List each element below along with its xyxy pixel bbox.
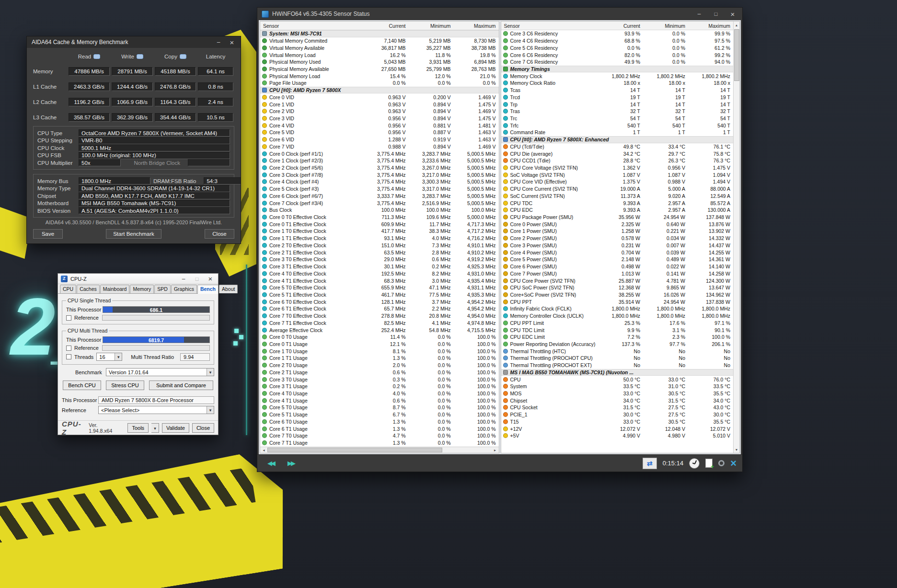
- sensor-row[interactable]: Core 5 T1 Usage6.7 %0.0 %100.0 %: [260, 411, 499, 418]
- nav-forward-button[interactable]: [283, 460, 299, 467]
- sensor-row[interactable]: Core 6 T0 Usage1.3 %0.0 %100.0 %: [260, 418, 499, 426]
- sensor-row[interactable]: Core 1 T1 Usage1.3 %0.0 %100.0 %: [260, 355, 499, 362]
- sensor-row[interactable]: Core 6 VID1.288 V0.919 V1.463 V: [260, 136, 499, 143]
- validate-button[interactable]: Validate: [162, 423, 189, 433]
- sensor-row[interactable]: Core 0 Power (SMU)2.325 W0.640 W13.876 W: [501, 220, 734, 228]
- sensor-row[interactable]: Core 3 T0 Effective Clock29.0 MHz0.6 MHz…: [260, 256, 499, 263]
- hwinfo-titlebar[interactable]: HWiNFO64 v6.35-4305 Sensor Status: [257, 8, 742, 20]
- sensor-row[interactable]: Core 1 T0 Usage8.1 %0.0 %100.0 %: [260, 347, 499, 355]
- sensor-row[interactable]: Physical Memory Available27,650 MB25,799…: [260, 66, 499, 73]
- sensor-row[interactable]: Core 5 C6 Residency0.0 %0.0 %61.2 %: [501, 44, 734, 51]
- sensor-row[interactable]: Core+SoC Power (SVI2 TFN)38.255 W16.026 …: [501, 291, 734, 299]
- start-benchmark-button[interactable]: Start Benchmark: [106, 229, 161, 239]
- threads-select[interactable]: 16: [96, 353, 122, 361]
- sensor-row[interactable]: Core 5 T0 Usage8.7 %0.0 %100.0 %: [260, 404, 499, 411]
- reference-select[interactable]: <Please Select>: [98, 406, 214, 414]
- sensor-row[interactable]: Core 4 Power (SMU)0.704 W0.039 W14.255 W: [501, 249, 734, 256]
- sensor-row[interactable]: Trp14 T14 T14 T: [501, 101, 734, 108]
- sensor-row[interactable]: Core 0 T0 Usage11.4 %0.0 %100.0 %: [260, 334, 499, 341]
- submit-compare-button[interactable]: Submit and Compare: [149, 380, 213, 390]
- sensor-row[interactable]: SoC Current (SVI2 TFN)11.373 A9.020 A12.…: [501, 193, 734, 200]
- sensor-row[interactable]: CPU TDC9.393 A2.957 A85.572 A: [501, 199, 734, 207]
- tab-graphics[interactable]: Graphics: [171, 285, 197, 293]
- sensor-row[interactable]: System33.5 °C31.0 °C33.5 °C: [501, 383, 734, 390]
- sensor-row[interactable]: Core 2 T0 Effective Clock151.0 MHz7.3 MH…: [260, 242, 499, 249]
- sensor-row[interactable]: Core 2 Power (SMU)0.578 W0.034 W14.332 W: [501, 235, 734, 242]
- sensor-row[interactable]: Core 7 C6 Residency49.9 %0.0 %94.0 %: [501, 58, 734, 66]
- sensor-row[interactable]: Chipset34.0 °C31.5 °C34.0 °C: [501, 397, 734, 404]
- chevron-down-icon[interactable]: [207, 369, 214, 376]
- tab-memory[interactable]: Memory: [130, 285, 154, 293]
- bench-cpu-button[interactable]: Bench CPU: [63, 380, 101, 390]
- cpuz-titlebar[interactable]: CPU-Z: [58, 274, 218, 284]
- column-minimum[interactable]: Minimum: [409, 23, 454, 29]
- close-icon[interactable]: [726, 10, 739, 18]
- column-current[interactable]: Current: [598, 23, 643, 29]
- sensor-row[interactable]: CPU (Tctl/Tdie)49.8 °C33.4 °C76.1 °C: [501, 143, 734, 150]
- sensor-row[interactable]: PCIE_130.0 °C27.5 °C30.0 °C: [501, 411, 734, 418]
- close-icon[interactable]: [225, 38, 239, 46]
- sensor-row[interactable]: Core 6 Power (SMU)0.498 W0.022 W14.140 W: [501, 263, 734, 270]
- sensor-row[interactable]: Page File Usage0.0 %0.0 %0.0 %: [260, 80, 499, 87]
- exit-icon[interactable]: [730, 458, 736, 469]
- sensor-row[interactable]: Core 3 C6 Residency93.9 %0.0 %99.9 %: [501, 30, 734, 37]
- sensor-row[interactable]: Core 4 Clock (perf #4)3,775.4 MHz3,300.3…: [260, 178, 499, 185]
- sensor-row[interactable]: Core 4 T1 Effective Clock68.3 MHz3.0 MHz…: [260, 277, 499, 284]
- sensor-row[interactable]: Average Effective Clock252.4 MHz54.8 MHz…: [260, 326, 499, 334]
- sensor-row[interactable]: CPU Die (average)34.2 °C29.7 °C75.8 °C: [501, 150, 734, 157]
- save-button[interactable]: Save: [33, 229, 63, 239]
- threads-checkbox[interactable]: [66, 354, 71, 359]
- sensor-row[interactable]: Core 2 VID0.963 V0.894 V1.469 V: [260, 108, 499, 115]
- nav-back-button[interactable]: [263, 460, 278, 467]
- column-current[interactable]: Current: [364, 23, 409, 29]
- sensor-row[interactable]: CPU CCD1 (Tdie)28.8 °C26.3 °C76.3 °C: [501, 157, 734, 164]
- sensor-row[interactable]: Thermal Throttling (HTC)NoNoNo: [501, 347, 734, 355]
- sensor-row[interactable]: Thermal Throttling (PROCHOT EXT)NoNoNo: [501, 362, 734, 369]
- tab-spd[interactable]: SPD: [154, 285, 171, 293]
- scroll-left-arrow[interactable]: [260, 447, 267, 453]
- sensor-row[interactable]: Memory Controller Clock (UCLK)1,800.0 MH…: [501, 312, 734, 320]
- sensor-row[interactable]: Infinity Fabric Clock (FCLK)1,800.0 MHz1…: [501, 305, 734, 312]
- sensor-row[interactable]: Core 6 T1 Usage1.3 %0.0 %100.0 %: [260, 425, 499, 432]
- sensor-row[interactable]: Core 3 T0 Usage0.3 %0.0 %100.0 %: [260, 376, 499, 383]
- sensor-row[interactable]: Core 1 Clock (perf #2/3)3,775.4 MHz3,233…: [260, 157, 499, 164]
- sensor-row[interactable]: Core 2 T1 Effective Clock63.5 MHz2.8 MHz…: [260, 249, 499, 256]
- sensor-row[interactable]: Core 3 Clock (perf #7/8)3,775.4 MHz3,217…: [260, 171, 499, 178]
- sensor-row[interactable]: SoC Voltage (SVI2 TFN)1.087 V1.087 V1.09…: [501, 171, 734, 178]
- sensor-row[interactable]: Command Rate1 T1 T1 T: [501, 129, 734, 136]
- sensor-row[interactable]: Core 7 T1 Effective Clock82.5 MHz4.1 MHz…: [260, 319, 499, 326]
- minimize-icon[interactable]: [212, 38, 225, 46]
- sensor-row[interactable]: Core 0 T0 Effective Clock711.3 MHz109.6 …: [260, 214, 499, 221]
- sensor-row[interactable]: Core 2 Clock (perf #5/6)3,775.4 MHz3,267…: [260, 164, 499, 172]
- sensor-row[interactable]: CPU Core Power (SVI2 TFN)25.887 W4.781 W…: [501, 277, 734, 284]
- close-button[interactable]: Close: [205, 229, 234, 239]
- maximize-icon[interactable]: [709, 10, 723, 18]
- sensor-row[interactable]: Core 6 T1 Effective Clock65.7 MHz2.2 MHz…: [260, 305, 499, 312]
- sensor-row[interactable]: CPU EDC Limit7.2 %2.3 %100.0 %: [501, 334, 734, 341]
- sensor-row[interactable]: CPU Core Current (SVI2 TFN)19.000 A5.000…: [501, 185, 734, 193]
- chevron-down-icon[interactable]: [115, 353, 122, 360]
- sensor-row[interactable]: Physical Memory Load15.4 %12.0 %21.0 %: [260, 72, 499, 80]
- sensor-row[interactable]: Trcd19 T19 T19 T: [501, 93, 734, 101]
- stress-cpu-button[interactable]: Stress CPU: [106, 380, 144, 390]
- sensor-row[interactable]: Core 7 VID0.988 V0.894 V1.469 V: [260, 143, 499, 150]
- tools-button[interactable]: Tools: [127, 423, 149, 433]
- scrollbar-thumb[interactable]: [267, 448, 442, 452]
- sensor-row[interactable]: +12V12.072 V12.048 V12.072 V: [501, 425, 734, 432]
- sensor-row[interactable]: Core 6 T0 Effective Clock128.1 MHz3.7 MH…: [260, 298, 499, 305]
- close-button[interactable]: Close: [192, 423, 214, 433]
- sensor-row[interactable]: Core 1 T1 Effective Clock93.1 MHz4.0 MHz…: [260, 235, 499, 242]
- sensor-row[interactable]: Core 0 Clock (perf #1/1)3,775.4 MHz3,283…: [260, 150, 499, 157]
- sensor-row[interactable]: Tcas14 T14 T14 T: [501, 87, 734, 94]
- sensor-row[interactable]: Core 1 Power (SMU)1.258 W0.221 W13.902 W: [501, 228, 734, 235]
- report-icon[interactable]: [705, 459, 713, 468]
- vertical-scrollbar[interactable]: [733, 22, 739, 453]
- sensor-row[interactable]: Core 5 Power (SMU)2.148 W0.489 W14.361 W: [501, 256, 734, 263]
- sensor-row[interactable]: Core 2 T1 Usage0.6 %0.0 %100.0 %: [260, 369, 499, 376]
- sensor-row[interactable]: Bus Clock100.0 MHz100.0 MHz100.0 MHz: [260, 207, 499, 214]
- scroll-up-arrow[interactable]: [734, 22, 740, 28]
- sensor-row[interactable]: MOS33.0 °C30.5 °C35.5 °C: [501, 390, 734, 397]
- sensor-row[interactable]: Core 0 T1 Effective Clock609.9 MHz11.7 M…: [260, 220, 499, 228]
- sensor-row[interactable]: CPU PPT35.914 W24.954 W137.838 W: [501, 298, 734, 305]
- sensor-row[interactable]: Core 5 Clock (perf #3)3,775.4 MHz3,317.0…: [260, 185, 499, 193]
